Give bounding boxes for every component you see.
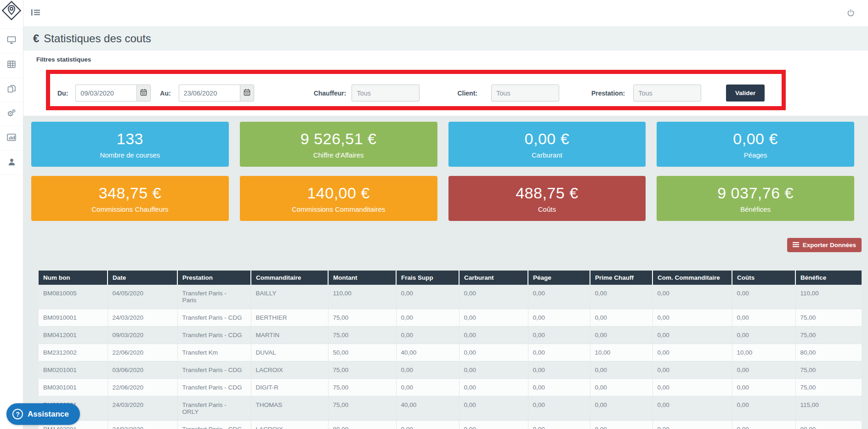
cell: 0,00: [652, 361, 732, 379]
stat-value: 488,75 €: [516, 184, 578, 202]
column-header: Carburant: [459, 271, 528, 285]
stat-value: 9 037,76 €: [717, 184, 794, 202]
stat-card: 9 037,76 €Bénéfices: [657, 176, 854, 221]
cell: 0,00: [652, 327, 732, 344]
main-area: € Statistiques des couts Filtres statist…: [23, 0, 868, 429]
cell: 75,00: [328, 309, 396, 327]
stat-label: Commissions Commanditaires: [292, 205, 385, 213]
table-row: BM140200124/03/2020Transfert Paris - CDG…: [39, 421, 862, 429]
cell: 0,00: [459, 361, 528, 379]
cell: 0,00: [528, 396, 590, 421]
power-icon: [847, 9, 855, 18]
costs-table: Num bonDatePrestationCommanditaireMontan…: [39, 271, 862, 429]
stat-value: 140,00 €: [307, 184, 369, 202]
cell: 75,00: [328, 327, 396, 344]
copy-icon: [7, 85, 16, 95]
cell: DUVAL: [251, 344, 328, 361]
cell: BM0810005: [39, 285, 108, 309]
cell: Transfert Paris - Paris: [177, 285, 251, 309]
date-from-calendar-button[interactable]: [136, 85, 151, 102]
sidebar-item-documents[interactable]: [0, 78, 23, 102]
column-header: Prestation: [177, 271, 251, 285]
stat-label: Carburant: [532, 151, 562, 159]
calendar-icon: [244, 89, 250, 97]
cell: 0,00: [459, 421, 528, 429]
table-header-row: Num bonDatePrestationCommanditaireMontan…: [39, 271, 862, 285]
cell: 22/06/2020: [108, 344, 177, 361]
sidebar-toggle-button[interactable]: [29, 7, 42, 19]
au-label: Au:: [160, 90, 170, 97]
sidebar: ⚙⚙: [0, 0, 23, 429]
stat-label: Nombre de courses: [100, 151, 160, 159]
cell: 40,00: [396, 396, 459, 421]
sidebar-item-settings[interactable]: ⚙⚙: [0, 102, 23, 126]
cell: 0,00: [459, 344, 528, 361]
valider-button[interactable]: Valider: [726, 85, 765, 102]
question-circle-icon: ?: [12, 409, 23, 419]
stat-value: 348,75 €: [99, 184, 161, 202]
sidebar-item-tables[interactable]: [0, 53, 23, 78]
logout-button[interactable]: [845, 7, 857, 20]
cell: 0,00: [528, 379, 590, 396]
cell: 0,00: [396, 285, 459, 309]
cell: 110,00: [795, 285, 862, 309]
assistance-label: Assistance: [28, 410, 69, 419]
date-from-input[interactable]: [75, 85, 136, 102]
cell: Transfert Paris - CDG: [177, 361, 251, 379]
client-input[interactable]: [491, 85, 559, 102]
cell: 115,00: [795, 396, 862, 421]
stat-card: 0,00 €Péages: [657, 122, 854, 167]
cell: 0,00: [732, 327, 795, 344]
cell: 0,00: [652, 421, 732, 429]
cell: BM0910001: [39, 309, 108, 327]
cell: 24/03/2020: [108, 309, 177, 327]
cell: 22/06/2020: [108, 379, 177, 396]
column-header: Péage: [528, 271, 590, 285]
export-row: Exporter Données: [23, 238, 868, 252]
cell: 75,00: [328, 361, 396, 379]
table-row: BM020100103/06/2020Transfert Paris - CDG…: [39, 361, 862, 379]
app-logo[interactable]: [0, 0, 23, 23]
cell: 75,00: [795, 309, 862, 327]
sidebar-toggle-icon: [31, 9, 40, 17]
menu-bars-icon: [793, 242, 799, 248]
sidebar-item-statistics[interactable]: [0, 126, 23, 151]
assistance-button[interactable]: ? Assistance: [6, 403, 80, 425]
cell: 0,00: [396, 361, 459, 379]
cell: 24/03/2020: [108, 396, 177, 421]
stat-label: Commissions Chauffeurs: [91, 205, 168, 213]
cell: 0,00: [652, 309, 732, 327]
sidebar-item-users[interactable]: [0, 151, 23, 175]
cell: 0,00: [732, 361, 795, 379]
cell: 0,00: [652, 285, 732, 309]
cell: Transfert Paris - ORLY: [177, 396, 251, 421]
sidebar-item-dashboard[interactable]: [0, 28, 23, 53]
chauffeur-input[interactable]: [352, 85, 420, 102]
page-header: € Statistiques des couts: [23, 26, 868, 51]
prestation-input[interactable]: [633, 85, 701, 102]
cell: 0,00: [590, 327, 652, 344]
cell: 0,00: [528, 344, 590, 361]
cell: 0,00: [396, 327, 459, 344]
export-data-button[interactable]: Exporter Données: [787, 238, 862, 252]
date-to-input[interactable]: [179, 85, 240, 102]
column-header: Coûts: [732, 271, 795, 285]
calendar-icon: [140, 89, 147, 97]
cell: 0,00: [528, 421, 590, 429]
cell: 0,00: [590, 379, 652, 396]
cell: 03/06/2020: [108, 361, 177, 379]
cell: 75,00: [795, 327, 862, 344]
table-row: BM030100122/06/2020Transfert Paris - CDG…: [39, 379, 862, 396]
map-pin-diamond-logo: [1, 0, 22, 23]
cell: 0,00: [396, 309, 459, 327]
gears-icon: ⚙⚙: [7, 110, 16, 118]
table-row: BM231200222/06/2020Transfert KmDUVAL50,0…: [39, 344, 862, 361]
stat-card: 9 526,51 €Chiffre d'Affaires: [240, 122, 437, 167]
cell: 0,00: [528, 285, 590, 309]
cell: Transfert Paris - CDG: [177, 379, 251, 396]
date-to-calendar-button[interactable]: [240, 85, 254, 102]
cell: 0,00: [396, 379, 459, 396]
cell: BM0201001: [39, 361, 108, 379]
cell: 0,00: [396, 421, 459, 429]
table-row: BM030200124/03/2020Transfert Paris - ORL…: [39, 396, 862, 421]
